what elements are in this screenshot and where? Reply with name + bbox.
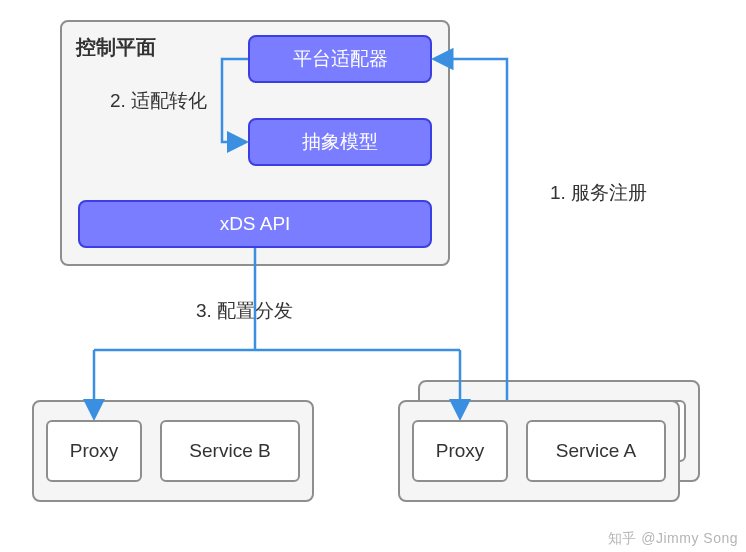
proxy-a-block: Proxy bbox=[412, 420, 508, 482]
platform-adapter-block: 平台适配器 bbox=[248, 35, 432, 83]
service-b-block: Service B bbox=[160, 420, 300, 482]
proxy-b-label: Proxy bbox=[70, 440, 119, 462]
service-a-label: Service A bbox=[556, 440, 636, 462]
abstract-model-label: 抽象模型 bbox=[302, 129, 378, 155]
proxy-b-block: Proxy bbox=[46, 420, 142, 482]
config-dispatch-annotation: 3. 配置分发 bbox=[196, 298, 293, 324]
abstract-model-block: 抽象模型 bbox=[248, 118, 432, 166]
platform-adapter-label: 平台适配器 bbox=[293, 46, 388, 72]
proxy-a-label: Proxy bbox=[436, 440, 485, 462]
xds-api-block: xDS API bbox=[78, 200, 432, 248]
service-a-block: Service A bbox=[526, 420, 666, 482]
xds-api-label: xDS API bbox=[220, 213, 291, 235]
adapt-annotation: 2. 适配转化 bbox=[110, 88, 207, 114]
service-register-annotation: 1. 服务注册 bbox=[550, 180, 647, 206]
service-b-label: Service B bbox=[189, 440, 270, 462]
control-plane-title: 控制平面 bbox=[76, 34, 156, 61]
watermark-text: 知乎 @Jimmy Song bbox=[608, 530, 738, 548]
